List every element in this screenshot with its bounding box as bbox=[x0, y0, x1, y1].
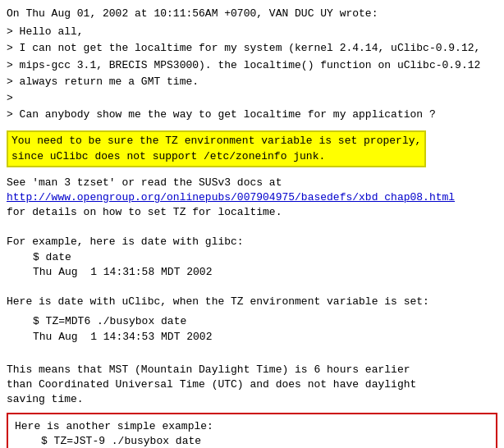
example2-cmd: $ TZ=MDT6 ./busybox date bbox=[33, 315, 186, 327]
opengroup-link[interactable]: http://www.opengroup.org/onlinepubs/0079… bbox=[7, 191, 455, 203]
yellow-highlight: You need to be sure the TZ environment v… bbox=[7, 130, 426, 167]
quote-line-6: > Can anybody show me the way to get loc… bbox=[7, 107, 497, 122]
body-text-4: Here is date with uClibc, when the TZ en… bbox=[7, 295, 429, 308]
red-example-cmd: $ TZ=JST-9 ./busybox date bbox=[41, 435, 201, 447]
example1-cmd: $ date bbox=[33, 251, 71, 263]
red-highlight-text1: Here is another simple example: bbox=[15, 420, 213, 432]
yellow-highlight-text: You need to be sure the TZ environment v… bbox=[11, 135, 421, 162]
example1-out: Thu Aug 1 14:31:58 MDT 2002 bbox=[33, 266, 212, 278]
red-example-block: $ TZ=JST-9 ./busybox date Fri Aug 2 05:4… bbox=[15, 434, 489, 448]
email-header: On Thu Aug 01, 2002 at 10:11:56AM +0700,… bbox=[7, 7, 497, 21]
body-text-5: This means that MST (Mountain Daylight T… bbox=[7, 363, 416, 405]
body-section-2: For example, here is date with glibc: bbox=[7, 220, 497, 249]
quote-line-1: > Hello all, bbox=[7, 25, 497, 39]
body-section-4: This means that MST (Mountain Daylight T… bbox=[7, 348, 497, 408]
body-text-2: for details on how to set TZ for localti… bbox=[7, 206, 282, 218]
body-text-1: See 'man 3 tzset' or read the SUSv3 docs… bbox=[7, 176, 282, 189]
email-content: On Thu Aug 01, 2002 at 10:11:56AM +0700,… bbox=[7, 7, 497, 448]
example1-block: $ date Thu Aug 1 14:31:58 MDT 2002 bbox=[7, 250, 497, 280]
body-section-3: Here is date with uClibc, when the TZ en… bbox=[7, 280, 497, 309]
example2-block: $ TZ=MDT6 ./busybox date Thu Aug 1 14:34… bbox=[7, 314, 497, 344]
quote-line-3: > mips-gcc 3.1, BRECIS MPS3000). the loc… bbox=[7, 58, 497, 73]
yellow-highlight-block: You need to be sure the TZ environment v… bbox=[7, 127, 497, 170]
quote-line-2: > I can not get the localtime for my sys… bbox=[7, 41, 497, 56]
quote-line-5: > bbox=[7, 91, 497, 106]
quote-line-4: > always return me a GMT time. bbox=[7, 75, 497, 89]
header-line: On Thu Aug 01, 2002 at 10:11:56AM +0700,… bbox=[7, 7, 378, 20]
body-text-3: For example, here is date with glibc: bbox=[7, 235, 244, 248]
red-highlight-block: Here is another simple example: $ TZ=JST… bbox=[7, 413, 497, 449]
example2-out: Thu Aug 1 14:34:53 MDT 2002 bbox=[33, 331, 212, 343]
body-section-1: See 'man 3 tzset' or read the SUSv3 docs… bbox=[7, 176, 497, 221]
quote-block: > Hello all, > I can not get the localti… bbox=[7, 25, 497, 122]
